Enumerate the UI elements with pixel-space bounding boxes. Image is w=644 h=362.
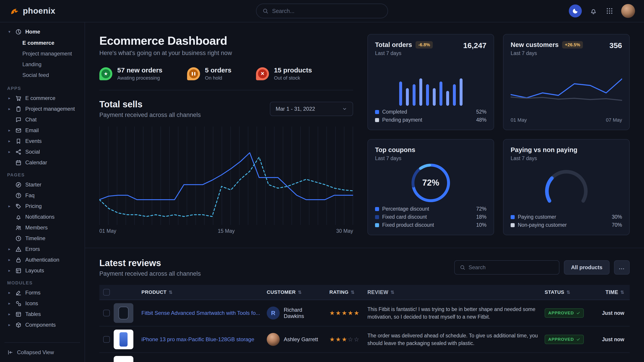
sidebar-item-calendar[interactable]: Calendar [4,157,80,168]
caret-right-icon: ▸ [7,268,12,273]
legend-value: 52% [476,109,486,115]
edit-icon [15,290,22,296]
legend-label: Non-paying customer [518,222,609,228]
sidebar-item-starter[interactable]: Starter [4,179,80,190]
sidebar-section-modules: MODULES [7,280,78,286]
users-icon [15,225,22,231]
sidebar-item-icons[interactable]: ▸Icons [4,298,80,309]
reviews-search[interactable] [454,260,560,275]
legend-bullet [511,223,515,227]
sort-icon: ⇅ [620,290,624,295]
moon-icon [572,7,579,14]
collapse-sidebar-button[interactable]: Collapsed View [4,342,80,362]
product-link[interactable]: iPhone 13 pro max-Pacific Blue-128GB sto… [142,336,254,343]
reviews-search-input[interactable] [468,264,554,271]
sidebar-item-events[interactable]: ▸Events [4,136,80,146]
all-products-button[interactable]: All products [564,260,610,275]
sidebar-subitem-project-management[interactable]: Project management [4,48,80,59]
column-header-status[interactable]: STATUS⇅ [545,289,590,295]
global-search[interactable] [256,3,388,18]
more-options-button[interactable]: ... [614,260,630,275]
column-header-rating[interactable]: RATING⇅ [330,289,368,295]
legend-bullet [511,215,515,219]
star-icon: ☆ [354,336,360,343]
paying-legend: Paying customer30%Non-paying customer70% [511,214,622,228]
sidebar-item-components[interactable]: ▸Components [4,320,80,330]
new-customers-x-axis: 01 May 07 May [511,117,622,123]
sidebar-item-home[interactable]: ▾Home [4,26,80,37]
sidebar-item-errors[interactable]: ▸Errors [4,244,80,255]
caret-down-icon: ▾ [7,29,12,34]
sidebar-item-social[interactable]: ▸Social [4,146,80,157]
tag-icon [15,203,22,210]
stat-value: 15 products [274,66,312,74]
sidebar-item-label: Layouts [25,267,44,274]
sidebar-item-label: Errors [25,246,40,252]
legend-label: Paying customer [518,214,609,220]
collapse-icon [7,349,14,356]
legend-bullet [375,118,379,122]
review-time: Just now [590,337,630,343]
new-customers-card: New customers +26.5% Last 7 days 356 01 … [503,34,630,130]
sidebar-item-email[interactable]: ▸Email [4,125,80,136]
new-customers-value: 356 [609,41,622,50]
sidebar-item-timeline[interactable]: Timeline [4,233,80,244]
product-link[interactable]: Fitbit Sense Advanced Smartwatch with To… [142,310,260,317]
table-row [99,353,630,362]
sidebar-item-label: Email [25,127,39,133]
caret-right-icon: ▸ [7,301,12,306]
column-header-product[interactable]: PRODUCT⇅ [142,289,267,295]
mail-icon [15,127,22,134]
sidebar-item-faq[interactable]: Faq [4,190,80,201]
sidebar-subitem-social-feed[interactable]: Social feed [4,70,80,80]
review-text: This Fitbit is fantastic! I was trying t… [368,306,545,321]
pause-icon [187,67,200,80]
card-title: New customers [511,41,558,48]
sidebar-item-project-management[interactable]: ▸Project management [4,103,80,114]
select-all-checkbox[interactable] [103,289,110,296]
grid-icon [606,7,613,15]
stat-caption: Awating processing [117,75,162,81]
sidebar-subitem-e-commerce[interactable]: E commerce [4,37,80,48]
brand-logo[interactable]: phoenix [9,5,55,16]
x-label: 30 May [336,228,353,234]
sidebar-subitem-landing[interactable]: Landing [4,59,80,70]
dark-mode-toggle[interactable] [569,4,582,17]
caret-right-icon: ▸ [7,323,12,327]
column-header-time[interactable]: TIME⇅ [590,289,630,295]
product-image [114,330,133,349]
global-search-input[interactable] [272,8,382,14]
legend-value: 70% [612,222,622,228]
sidebar-item-authentication[interactable]: ▸Authentication [4,255,80,265]
sidebar-item-label: Authentication [25,257,59,263]
total-sells-title: Total sells [99,99,201,109]
notifications-button[interactable] [589,6,598,15]
user-avatar[interactable] [621,4,635,18]
bookmark-icon [15,138,22,144]
row-checkbox[interactable] [103,310,110,316]
column-header-customer[interactable]: CUSTOMER⇅ [267,289,330,295]
sidebar-item-notifications[interactable]: Notifications [4,212,80,222]
sidebar-item-members[interactable]: Members [4,222,80,233]
alert-icon [15,246,22,252]
date-range-select[interactable]: Mar 1 - 31, 2022 [270,102,353,116]
stat-value: 57 new orders [117,66,162,74]
row-checkbox[interactable] [103,336,110,343]
apps-menu-button[interactable] [605,6,614,15]
star-icon: ★ [342,310,348,317]
column-header-review[interactable]: REVIEW⇅ [368,289,545,296]
stat-on-hold: 5 ordersOn hold [187,66,231,81]
sidebar-item-e-commerce[interactable]: ▸E commerce [4,93,80,103]
sidebar-item-tables[interactable]: ▸Tables [4,309,80,320]
sidebar-item-label: Pricing [25,203,42,209]
sidebar-item-forms[interactable]: ▸Forms [4,287,80,298]
sidebar-item-layouts[interactable]: ▸Layouts [4,265,80,276]
sidebar-item-pricing[interactable]: ▸Pricing [4,201,80,212]
caret-right-icon: ▸ [7,257,12,262]
star-icon: ☆ [348,336,354,343]
package-icon [15,322,22,328]
star-icon: ★ [330,336,336,343]
sidebar-item-chat[interactable]: Chat [4,114,80,125]
legend-bullet [375,207,379,211]
calendar-icon [15,159,22,166]
